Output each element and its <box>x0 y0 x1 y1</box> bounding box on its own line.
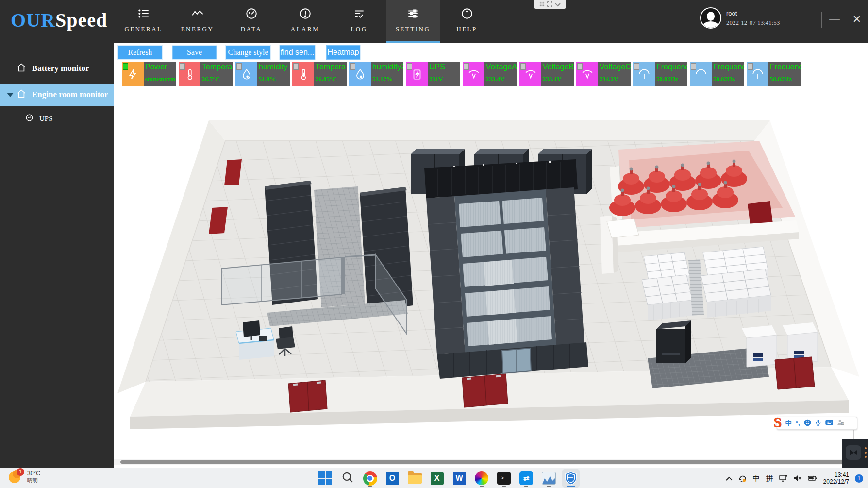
sensor-checkbox[interactable] <box>407 63 412 70</box>
sensor-tile-voltage-b[interactable]: VoltageB233.4V <box>519 62 574 86</box>
sensor-checkbox[interactable] <box>520 63 526 70</box>
taskbar-weather-widget[interactable]: 1 30°C 晴朗 <box>9 470 40 484</box>
sensor-tile-frequency-b[interactable]: Frequenc50.02Hz <box>690 62 744 86</box>
sensor-tile-frequency-a[interactable]: Frequenc50.02Hz <box>633 62 687 86</box>
tray-ime-chinese[interactable]: 中 <box>753 474 760 483</box>
emoji-icon[interactable] <box>804 419 811 428</box>
thermometer-icon <box>292 62 314 86</box>
sensor-value: 234.2V <box>600 75 631 83</box>
find-sensor-button[interactable]: find sen... <box>280 45 315 60</box>
sensor-checkbox[interactable] <box>634 63 639 70</box>
chevron-down-icon <box>555 0 561 9</box>
tray-cast-display-icon[interactable] <box>779 475 788 482</box>
alert-icon <box>299 0 312 22</box>
horizontal-scrollbar[interactable] <box>114 459 868 465</box>
app-logo: OURSpeed <box>11 9 107 32</box>
sensor-tile-temperature1[interactable]: Tempera26.7°C <box>179 62 233 86</box>
taskbar-file-explorer[interactable] <box>406 469 423 488</box>
taskbar-terminal[interactable]: >_ <box>495 469 513 488</box>
svg-text:10: 10 <box>841 422 843 425</box>
taskbar-chrome[interactable] <box>361 469 379 488</box>
sidebar-item-ups[interactable]: UPS <box>0 109 114 128</box>
screen-recorder-widget[interactable] <box>842 439 868 468</box>
heatmap-button[interactable]: Heatmap <box>326 45 360 60</box>
sensor-label: VoltageC <box>600 63 631 71</box>
sidebar-item-battery-monitor[interactable]: Battery monitor <box>0 57 114 80</box>
tab-setting[interactable]: SETTING <box>386 0 440 43</box>
sensor-checkbox[interactable] <box>180 63 185 70</box>
teamviewer-icon: ⇄ <box>519 471 533 485</box>
sensor-tile-frequency-c[interactable]: Frequenc50.02Hz <box>747 62 801 86</box>
tray-volume-muted-icon[interactable] <box>794 475 802 482</box>
tab-general[interactable]: GENERAL <box>117 0 170 43</box>
tab-label: DATA <box>241 25 262 33</box>
sensor-checkbox[interactable] <box>464 63 469 70</box>
tray-battery-icon[interactable] <box>808 475 818 481</box>
start-button[interactable] <box>317 469 334 488</box>
save-button[interactable]: Save <box>172 46 217 59</box>
change-style-button[interactable]: Change style <box>226 46 270 59</box>
sensor-tile-humidity2[interactable]: humidity251.17% <box>349 62 403 86</box>
taskbar-ourspeed-app[interactable] <box>562 469 580 488</box>
close-button[interactable]: ✕ <box>849 13 865 26</box>
grid-dots-icon <box>539 0 545 9</box>
sensor-tile-voltage-c[interactable]: VoltageC234.2V <box>576 62 631 86</box>
keyboard-icon[interactable] <box>825 420 833 427</box>
monitor-graph-icon <box>542 472 556 485</box>
sogou-logo-icon[interactable]: S <box>773 414 782 430</box>
titlebar-divider <box>821 12 822 28</box>
tray-ime-pinyin[interactable]: 拼 <box>766 474 773 483</box>
sensor-tile-voltage-a[interactable]: VoltageA233.4V <box>463 62 517 86</box>
user-account-area[interactable]: root 2022-12-07 13:41:53 <box>700 7 780 29</box>
tab-data[interactable]: DATA <box>224 0 278 43</box>
voltmeter-icon <box>519 62 541 86</box>
sensor-value: 231V <box>429 75 460 83</box>
scrollbar-thumb[interactable] <box>120 460 864 464</box>
sensor-checkbox[interactable] <box>691 63 696 70</box>
sensor-label: humidity <box>259 63 290 71</box>
home-icon <box>17 89 26 101</box>
sensor-label: Power <box>145 63 176 71</box>
sensor-tile-ups[interactable]: UPS231V <box>406 62 460 86</box>
sensor-value: 51.9% <box>259 75 290 83</box>
taskbar-outlook[interactable]: O <box>384 469 401 488</box>
tray-chevron-up-icon[interactable] <box>726 476 733 481</box>
taskbar-teamviewer[interactable]: ⇄ <box>517 469 535 488</box>
avatar <box>700 7 721 29</box>
taskbar-photos[interactable] <box>473 469 490 488</box>
tray-sync-icon[interactable] <box>738 474 747 482</box>
taskbar-search-button[interactable] <box>339 469 356 488</box>
sidebar-item-label: Engine room monitor <box>32 90 108 100</box>
sensor-checkbox[interactable] <box>577 63 583 70</box>
sensor-checkbox[interactable] <box>236 63 242 70</box>
ime-mode-chinese[interactable]: 中 <box>785 419 792 428</box>
sidebar-item-engine-room-monitor[interactable]: Engine room monitor <box>0 84 114 106</box>
tab-alarm[interactable]: ALARM <box>278 0 332 43</box>
tray-clock[interactable]: 13:41 2022/12/7 <box>823 471 849 485</box>
refresh-button[interactable]: Refresh <box>118 46 162 59</box>
sensor-checkbox[interactable] <box>350 63 355 70</box>
ime-user-icon[interactable]: 10 <box>837 419 844 427</box>
sensor-tile-power[interactable]: Powerstatusnormal <box>122 62 176 86</box>
machine-room-3d-view[interactable] <box>114 86 868 461</box>
microphone-icon[interactable] <box>815 419 821 428</box>
taskbar-excel[interactable]: X <box>428 469 446 488</box>
widget-menu-dots[interactable] <box>865 447 867 458</box>
sensor-checkbox[interactable] <box>293 63 299 70</box>
tab-log[interactable]: LOG <box>332 0 386 43</box>
windows-logo-icon <box>318 471 332 485</box>
taskbar-word[interactable]: W <box>451 469 468 488</box>
droplet-icon <box>349 62 371 86</box>
sensor-checkbox[interactable] <box>748 63 753 70</box>
notification-badge[interactable]: 1 <box>855 474 863 483</box>
sensor-checkbox[interactable] <box>123 63 128 70</box>
sogou-ime-toolbar[interactable]: S 中 °, 10 <box>777 417 857 430</box>
screen-capture-mini-toolbar[interactable] <box>534 0 566 9</box>
taskbar-performance-monitor[interactable] <box>540 469 557 488</box>
tab-help[interactable]: HELP <box>440 0 494 43</box>
ime-punctuation[interactable]: °, <box>796 420 800 427</box>
sensor-tile-humidity1[interactable]: humidity51.9% <box>235 62 290 86</box>
tab-energy[interactable]: ENERGY <box>170 0 224 43</box>
minimize-button[interactable]: — <box>826 13 843 26</box>
sensor-tile-temperature2[interactable]: Tempera26.85°C <box>292 62 347 86</box>
